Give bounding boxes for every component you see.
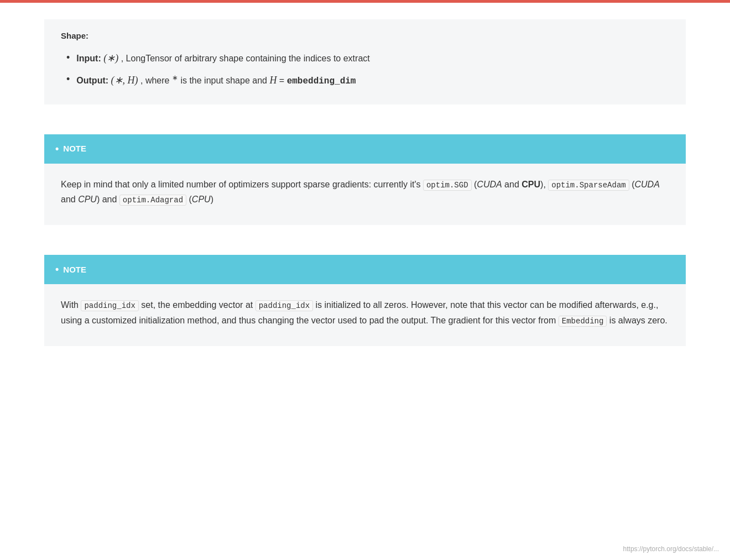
- bullet-dot: •: [66, 50, 70, 65]
- shape-section: Shape: • Input: (∗) , LongTensor of arbi…: [44, 19, 686, 104]
- cuda-text: CUDA: [477, 180, 502, 189]
- note-body-1: Keep in mind that only a limited number …: [44, 164, 686, 226]
- cuda-text-2: CUDA: [634, 180, 659, 189]
- spacer-2: [44, 238, 686, 255]
- bullet-list: • Input: (∗) , LongTensor of arbitrary s…: [61, 50, 669, 89]
- output-description: Output: (∗, H) , where ∗ is the input sh…: [76, 72, 356, 89]
- code-embedding: Embedding: [559, 316, 607, 327]
- note-body-2: With padding_idx set, the embedding vect…: [44, 284, 686, 346]
- note-label-1: NOTE: [63, 142, 86, 155]
- input-label: Input:: [76, 54, 101, 63]
- input-description: Input: (∗) , LongTensor of arbitrary sha…: [76, 50, 369, 66]
- note-label-2: NOTE: [63, 263, 86, 276]
- code-optim-sgd: optim.SGD: [423, 180, 472, 191]
- note-2-text: With padding_idx set, the embedding vect…: [61, 297, 669, 328]
- note-header-1: • NOTE: [44, 134, 686, 164]
- note-bullet-icon-2: •: [55, 261, 59, 278]
- embedding-dim-code: embedding_dim: [287, 76, 356, 86]
- h-var: H: [269, 75, 277, 86]
- note-block-2: • NOTE With padding_idx set, the embeddi…: [44, 255, 686, 346]
- cpu-text-3: CPU: [192, 195, 211, 204]
- output-label: Output:: [76, 76, 108, 85]
- footer-url: https://pytorch.org/docs/stable/...: [623, 544, 719, 554]
- note-1-text: Keep in mind that only a limited number …: [61, 177, 669, 208]
- output-math: (∗, H): [111, 75, 141, 86]
- code-padding-idx-1: padding_idx: [81, 300, 138, 311]
- list-item: • Output: (∗, H) , where ∗ is the input …: [66, 72, 669, 89]
- shape-label: Shape:: [61, 29, 669, 43]
- cpu-text: CPU: [522, 180, 540, 189]
- note-bullet-icon: •: [55, 141, 59, 157]
- cpu-text-2: CPU: [78, 195, 97, 204]
- code-sparse-adam: optim.SparseAdam: [548, 180, 629, 191]
- page-content: Shape: • Input: (∗) , LongTensor of arbi…: [0, 3, 730, 392]
- star-sup: ∗: [172, 74, 178, 82]
- spacer-1: [44, 118, 686, 134]
- list-item: • Input: (∗) , LongTensor of arbitrary s…: [66, 50, 669, 66]
- bullet-dot: •: [66, 72, 70, 87]
- input-math: (∗): [103, 53, 121, 64]
- note-block-1: • NOTE Keep in mind that only a limited …: [44, 134, 686, 225]
- code-adagrad: optim.Adagrad: [119, 195, 186, 206]
- code-padding-idx-2: padding_idx: [255, 300, 313, 311]
- note-header-2: • NOTE: [44, 255, 686, 284]
